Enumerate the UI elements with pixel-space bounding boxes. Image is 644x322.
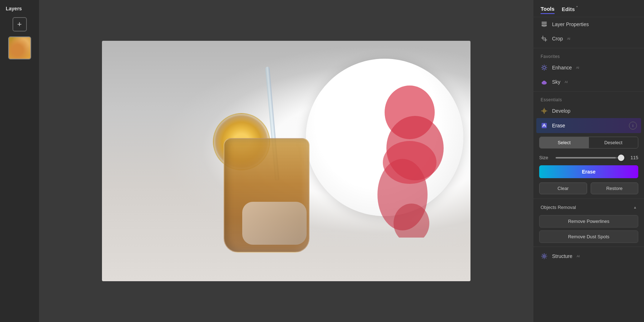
layer-thumbnail[interactable] xyxy=(8,36,31,59)
svg-line-18 xyxy=(546,69,546,70)
canvas-area xyxy=(39,0,533,322)
svg-point-24 xyxy=(545,82,546,84)
deselect-button[interactable]: Deselect xyxy=(589,137,638,148)
svg-rect-9 xyxy=(541,38,545,38)
divider-1 xyxy=(533,48,644,48)
structure-label: Structure xyxy=(552,253,572,259)
canvas-image[interactable] xyxy=(102,41,470,281)
size-slider-row: Size 115 xyxy=(533,152,644,163)
size-slider-thumb[interactable] xyxy=(618,155,624,161)
remove-dust-spots-button[interactable]: Remove Dust Spots xyxy=(539,230,638,243)
svg-line-19 xyxy=(546,65,546,66)
svg-point-12 xyxy=(543,66,545,69)
size-slider-value: 115 xyxy=(628,155,638,160)
favorites-section-label: Favorites xyxy=(533,50,644,60)
restore-button[interactable]: Restore xyxy=(591,182,639,194)
clear-restore-row: Clear Restore xyxy=(539,182,638,194)
sky-ai-badge: AI xyxy=(565,80,568,84)
svg-rect-11 xyxy=(543,40,547,40)
layer-properties-label: Layer Properties xyxy=(552,21,589,27)
right-nav: Tools Edits xyxy=(533,0,644,17)
nav-edits[interactable]: Edits xyxy=(562,6,575,14)
svg-rect-6 xyxy=(542,23,547,24)
erase-label: Erase xyxy=(552,123,565,128)
develop-label: Develop xyxy=(552,108,570,114)
crop-icon xyxy=(541,35,548,42)
svg-point-4 xyxy=(383,141,436,184)
enhance-ai-badge: AI xyxy=(576,66,579,69)
sky-icon xyxy=(541,78,548,86)
tool-develop[interactable]: Develop xyxy=(533,104,644,118)
size-slider-fill xyxy=(556,157,616,158)
svg-line-42 xyxy=(542,258,543,258)
crop-ai-badge: AI xyxy=(567,37,570,40)
sky-label: Sky xyxy=(552,79,560,85)
layers-panel: Layers + xyxy=(0,0,39,322)
layers-icon xyxy=(541,21,548,28)
add-layer-button[interactable]: + xyxy=(13,17,27,31)
erase-apply-button[interactable]: Erase xyxy=(539,165,638,178)
select-deselect-row: Select Deselect xyxy=(539,137,638,148)
nav-tools[interactable]: Tools xyxy=(541,6,555,14)
divider-2 xyxy=(533,91,644,92)
enhance-icon xyxy=(541,64,548,71)
svg-point-34 xyxy=(544,256,545,257)
layers-title: Layers xyxy=(0,6,22,11)
select-button[interactable]: Select xyxy=(540,137,589,148)
photo-background xyxy=(102,41,470,281)
svg-line-20 xyxy=(542,69,543,70)
svg-rect-7 xyxy=(542,22,547,23)
erase-overlay xyxy=(369,84,451,238)
erase-info-button[interactable]: i xyxy=(629,122,637,130)
tool-enhance[interactable]: EnhanceAI xyxy=(533,60,644,75)
chevron-up-icon: ▲ xyxy=(633,205,637,209)
develop-icon xyxy=(541,107,548,114)
svg-line-40 xyxy=(546,258,546,258)
tool-sky[interactable]: SkyAI xyxy=(533,75,644,89)
enhance-label: Enhance xyxy=(552,65,572,70)
tool-crop[interactable]: CropAI xyxy=(533,31,644,46)
divider-4 xyxy=(533,247,644,247)
objects-removal-section[interactable]: Objects Removal ▲ xyxy=(533,201,644,214)
erase-icon xyxy=(541,122,548,129)
divider-3 xyxy=(533,199,644,199)
remove-powerlines-button[interactable]: Remove Powerlines xyxy=(539,215,638,228)
svg-line-17 xyxy=(542,65,543,66)
right-panel: Tools Edits Layer Properties CropAI xyxy=(533,0,644,322)
svg-point-26 xyxy=(544,111,545,112)
layer-thumb-inner xyxy=(9,37,30,59)
svg-point-23 xyxy=(542,82,544,84)
svg-line-39 xyxy=(542,254,543,255)
svg-line-41 xyxy=(546,254,546,255)
svg-rect-10 xyxy=(545,38,546,42)
clear-button[interactable]: Clear xyxy=(539,182,587,194)
size-label: Size xyxy=(539,155,552,160)
glass-container xyxy=(213,102,320,253)
tool-layer-properties[interactable]: Layer Properties xyxy=(533,17,644,31)
size-slider-track[interactable] xyxy=(556,157,624,158)
essentials-section-label: Essentials xyxy=(533,94,644,104)
glass-body xyxy=(224,138,309,253)
ice-cubes xyxy=(242,202,307,245)
tool-erase-active[interactable]: Erase i xyxy=(536,118,641,133)
crop-label: Crop xyxy=(552,36,563,42)
structure-ai-badge: AI xyxy=(577,254,580,258)
structure-icon xyxy=(541,253,548,260)
tool-structure[interactable]: StructureAI xyxy=(533,249,644,263)
objects-removal-label: Objects Removal xyxy=(541,205,576,210)
